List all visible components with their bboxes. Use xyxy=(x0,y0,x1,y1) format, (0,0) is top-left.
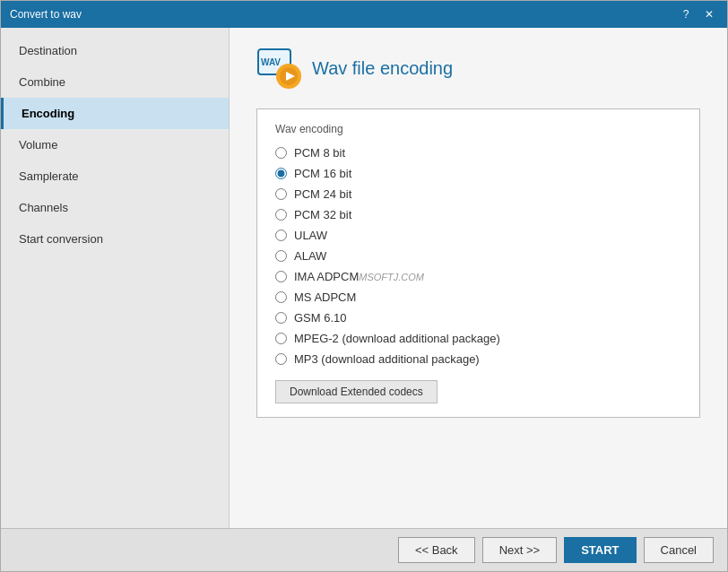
radio-pcm16[interactable] xyxy=(275,168,287,179)
sidebar-item-volume[interactable]: Volume xyxy=(1,129,229,160)
radio-pcm24[interactable] xyxy=(275,188,287,200)
radio-item-ms-adpcm[interactable]: MS ADPCM xyxy=(275,290,681,304)
next-button[interactable]: Next >> xyxy=(482,537,558,563)
radio-pcm8[interactable] xyxy=(275,147,287,159)
download-extended-codecs-button[interactable]: Download Extended codecs xyxy=(275,380,438,403)
help-button[interactable]: ? xyxy=(677,5,695,23)
radio-label-gsm610: GSM 6.10 xyxy=(294,311,347,325)
radio-label-pcm24: PCM 24 bit xyxy=(294,187,351,201)
close-button[interactable]: ✕ xyxy=(700,5,718,23)
sidebar-item-channels[interactable]: Channels xyxy=(1,192,229,223)
radio-label-alaw: ALAW xyxy=(294,249,326,263)
page-title: Wav file encoding xyxy=(312,58,453,79)
encoding-box: Wav encoding PCM 8 bitPCM 16 bitPCM 24 b… xyxy=(256,108,700,418)
radio-item-alaw[interactable]: ALAW xyxy=(275,249,681,263)
title-bar: Convert to wav ? ✕ xyxy=(1,1,727,28)
radio-item-mpeg2[interactable]: MPEG-2 (download additional package) xyxy=(275,332,681,345)
watermark-text: MSOFTJ.COM xyxy=(359,272,424,282)
sidebar-item-encoding[interactable]: Encoding xyxy=(1,98,229,129)
sidebar: DestinationCombineEncodingVolumeSamplera… xyxy=(1,28,230,528)
radio-item-pcm8[interactable]: PCM 8 bit xyxy=(275,146,681,160)
sidebar-item-samplerate[interactable]: Samplerate xyxy=(1,160,229,192)
back-button[interactable]: << Back xyxy=(398,537,475,563)
radio-alaw[interactable] xyxy=(275,250,287,262)
radio-item-ulaw[interactable]: ULAW xyxy=(275,229,681,242)
radio-mp3[interactable] xyxy=(275,353,287,365)
radio-label-ms-adpcm: MS ADPCM xyxy=(294,290,356,304)
radio-label-pcm8: PCM 8 bit xyxy=(294,146,345,160)
footer: << Back Next >> START Cancel xyxy=(1,528,727,571)
radio-container: PCM 8 bitPCM 16 bitPCM 24 bitPCM 32 bitU… xyxy=(275,146,681,366)
sidebar-item-destination[interactable]: Destination xyxy=(1,35,229,66)
radio-label-ima-adpcm: IMA ADPCMMSOFTJ.COM xyxy=(294,270,424,283)
radio-mpeg2[interactable] xyxy=(275,333,287,344)
radio-label-mpeg2: MPEG-2 (download additional package) xyxy=(294,332,500,345)
title-bar-buttons: ? ✕ xyxy=(677,5,718,23)
radio-item-gsm610[interactable]: GSM 6.10 xyxy=(275,311,681,325)
main-content: WAV Wav file encoding Wav encoding PCM 8… xyxy=(230,28,727,528)
wav-icon: WAV xyxy=(256,46,301,91)
cancel-button[interactable]: Cancel xyxy=(644,537,714,563)
radio-ms-adpcm[interactable] xyxy=(275,291,287,303)
encoding-box-title: Wav encoding xyxy=(275,123,681,135)
radio-pcm32[interactable] xyxy=(275,209,287,221)
radio-label-ulaw: ULAW xyxy=(294,229,327,242)
sidebar-item-start-conversion[interactable]: Start conversion xyxy=(1,223,229,255)
radio-item-pcm32[interactable]: PCM 32 bit xyxy=(275,208,681,221)
radio-item-pcm16[interactable]: PCM 16 bit xyxy=(275,167,681,180)
content-area: DestinationCombineEncodingVolumeSamplera… xyxy=(1,28,727,528)
window-title: Convert to wav xyxy=(10,8,82,21)
radio-label-mp3: MP3 (download additional package) xyxy=(294,352,480,366)
page-header: WAV Wav file encoding xyxy=(256,46,700,91)
radio-label-pcm32: PCM 32 bit xyxy=(294,208,351,221)
radio-item-pcm24[interactable]: PCM 24 bit xyxy=(275,187,681,201)
radio-gsm610[interactable] xyxy=(275,312,287,324)
radio-item-ima-adpcm[interactable]: IMA ADPCMMSOFTJ.COM xyxy=(275,270,681,283)
main-window: Convert to wav ? ✕ DestinationCombineEnc… xyxy=(0,0,728,572)
svg-text:WAV: WAV xyxy=(261,57,281,67)
sidebar-item-combine[interactable]: Combine xyxy=(1,66,229,98)
radio-ima-adpcm[interactable] xyxy=(275,271,287,282)
radio-ulaw[interactable] xyxy=(275,230,287,241)
start-button[interactable]: START xyxy=(564,537,636,563)
radio-item-mp3[interactable]: MP3 (download additional package) xyxy=(275,352,681,366)
radio-label-pcm16: PCM 16 bit xyxy=(294,167,351,180)
